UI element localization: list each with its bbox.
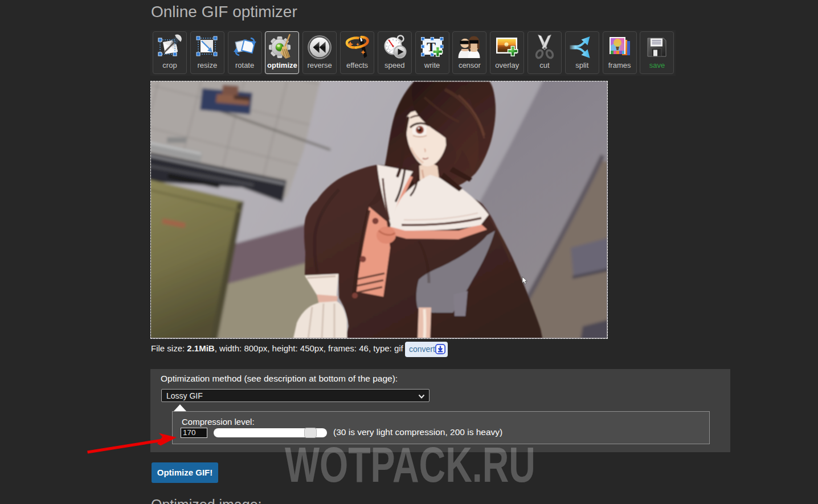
svg-text:WOTPACK.RU: WOTPACK.RU: [285, 441, 535, 487]
